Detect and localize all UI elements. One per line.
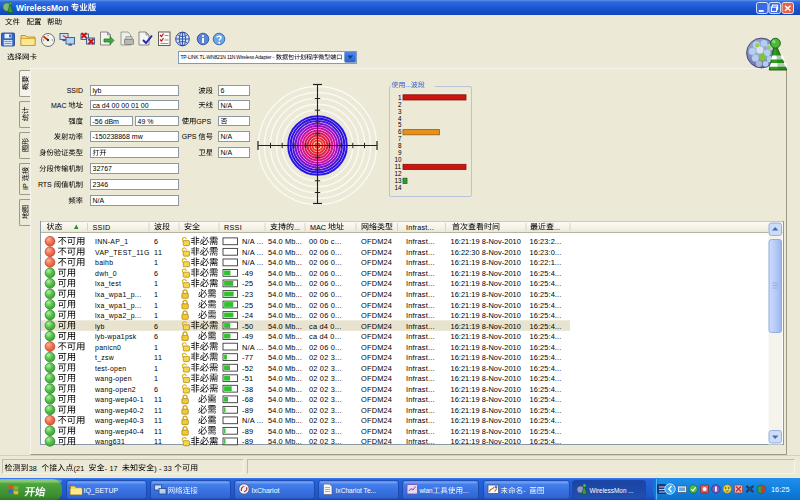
svg-text:16:25:4...: 16:25:4... (530, 406, 562, 415)
svg-text:49 %: 49 % (138, 118, 154, 125)
svg-text:OFDM24: OFDM24 (361, 248, 392, 257)
svg-text:16:25:4...: 16:25:4... (530, 416, 562, 425)
svg-text:-56 dBm: -56 dBm (93, 118, 120, 125)
svg-text:OFDM24: OFDM24 (361, 427, 392, 436)
svg-text:-89: -89 (242, 437, 253, 446)
svg-text:16:21:19 8-Nov-2010: 16:21:19 8-Nov-2010 (451, 269, 521, 278)
svg-text:VAP_TEST_11G: VAP_TEST_11G (95, 249, 150, 257)
svg-text:38: 38 (29, 464, 37, 473)
svg-text:OFDM24: OFDM24 (361, 416, 392, 425)
svg-text:11: 11 (154, 248, 162, 257)
svg-text:16:25:4...: 16:25:4... (530, 364, 562, 373)
svg-text:11: 11 (154, 416, 162, 425)
svg-text:Infrast...: Infrast... (406, 248, 435, 257)
svg-text:wang-wep40-1: wang-wep40-1 (94, 396, 144, 404)
svg-text:02 06 0...: 02 06 0... (309, 290, 342, 299)
svg-text:Infrast...: Infrast... (406, 364, 435, 373)
svg-text:test-open: test-open (95, 365, 126, 373)
svg-text:wang-open: wang-open (94, 375, 132, 383)
svg-text:6: 6 (154, 237, 159, 246)
svg-text:ca d4 0...: ca d4 0... (309, 322, 341, 331)
svg-text:-25: -25 (242, 279, 253, 288)
svg-text:14: 14 (395, 184, 403, 191)
svg-text:Infrast...: Infrast... (406, 427, 435, 436)
svg-text:54.0 Mb...: 54.0 Mb... (268, 279, 302, 288)
svg-text:OFDM24: OFDM24 (361, 290, 392, 299)
svg-text:) - 33: ) - 33 (154, 464, 172, 473)
svg-text:54.0 Mb...: 54.0 Mb... (268, 311, 302, 320)
svg-text:11: 11 (395, 163, 402, 170)
svg-text:OFDM24: OFDM24 (361, 437, 392, 446)
svg-text:OFDM24: OFDM24 (361, 385, 392, 394)
svg-text:WirelessMon ...: WirelessMon ... (590, 487, 634, 494)
svg-text:RSSI: RSSI (224, 223, 242, 232)
svg-text:54.0 Mb...: 54.0 Mb... (268, 343, 302, 352)
svg-text:OFDM24: OFDM24 (361, 343, 392, 352)
svg-text:1: 1 (154, 311, 159, 320)
svg-text:54.0 Mb...: 54.0 Mb... (268, 353, 302, 362)
svg-text:SSID: SSID (67, 87, 83, 94)
svg-text:8: 8 (398, 142, 402, 149)
svg-text:- 17: - 17 (105, 464, 118, 473)
svg-text:16:21:19 8-Nov-2010: 16:21:19 8-Nov-2010 (451, 332, 521, 341)
svg-text:16:25:4...: 16:25:4... (530, 353, 562, 362)
svg-text:OFDM24: OFDM24 (361, 269, 392, 278)
svg-text:OFDM24: OFDM24 (361, 301, 392, 310)
svg-text:-89: -89 (242, 406, 253, 415)
svg-text:02 06 0...: 02 06 0... (309, 301, 342, 310)
svg-text:11: 11 (154, 353, 162, 362)
svg-text:(21: (21 (74, 464, 85, 473)
svg-text:lyb: lyb (95, 323, 105, 331)
svg-text:Infrast...: Infrast... (406, 258, 435, 267)
svg-text:wlan: wlan (419, 487, 434, 494)
svg-text:16:21:19 8-Nov-2010: 16:21:19 8-Nov-2010 (451, 311, 521, 320)
svg-text:16:22:1...: 16:22:1... (530, 258, 562, 267)
svg-text:16:25:4...: 16:25:4... (530, 427, 562, 436)
svg-text:-38: -38 (242, 385, 253, 394)
svg-text:16:21:19 8-Nov-2010: 16:21:19 8-Nov-2010 (451, 322, 521, 331)
svg-text:16:21:19 8-Nov-2010: 16:21:19 8-Nov-2010 (451, 258, 521, 267)
svg-text:16:21:19 8-Nov-2010: 16:21:19 8-Nov-2010 (451, 427, 521, 436)
svg-text:1: 1 (154, 374, 159, 383)
svg-text:6: 6 (154, 322, 159, 331)
svg-text:1: 1 (154, 258, 159, 267)
svg-text:16:25:4...: 16:25:4... (530, 437, 562, 446)
svg-text:1: 1 (398, 94, 402, 101)
svg-text:ca d4 00 00 01 00: ca d4 00 00 01 00 (93, 102, 149, 109)
svg-text:-25: -25 (242, 301, 253, 310)
svg-text:Infrast...: Infrast... (406, 301, 435, 310)
svg-text:-150238868 mw: -150238868 mw (93, 133, 144, 140)
svg-text:02 02 3...: 02 02 3... (309, 395, 342, 404)
svg-text:16:25:4...: 16:25:4... (530, 374, 562, 383)
svg-text:N/A ...: N/A ... (242, 258, 264, 267)
svg-text:Infrast...: Infrast... (406, 332, 435, 341)
svg-text:54.0 Mb...: 54.0 Mb... (268, 269, 302, 278)
svg-text:IP: IP (21, 183, 30, 190)
svg-text:MAC: MAC (310, 223, 326, 232)
svg-text:16:21:19 8-Nov-2010: 16:21:19 8-Nov-2010 (451, 279, 521, 288)
svg-text:6: 6 (221, 87, 225, 94)
svg-text:N/A ...: N/A ... (242, 248, 264, 257)
svg-text:54.0 Mb...: 54.0 Mb... (268, 374, 302, 383)
svg-text:Infrast...: Infrast... (406, 269, 435, 278)
svg-text:02 02 3...: 02 02 3... (309, 353, 342, 362)
svg-text:Infrast...: Infrast... (406, 343, 435, 352)
svg-text:MAC: MAC (51, 102, 67, 109)
svg-text:02 02 3...: 02 02 3... (309, 416, 342, 425)
svg-text:54.0 Mb...: 54.0 Mb... (268, 364, 302, 373)
svg-text:16:21:19 8-Nov-2010: 16:21:19 8-Nov-2010 (451, 237, 521, 246)
svg-text:16:21:19 8-Nov-2010: 16:21:19 8-Nov-2010 (451, 416, 521, 425)
svg-text:-24: -24 (242, 311, 253, 320)
svg-text:WirelessMon: WirelessMon (16, 3, 68, 13)
svg-text:54.0 Mb...: 54.0 Mb... (268, 237, 302, 246)
svg-text:1: 1 (154, 290, 159, 299)
svg-text:Infrast...: Infrast... (406, 374, 435, 383)
svg-text:54.0 Mb...: 54.0 Mb... (268, 385, 302, 394)
svg-text:1: 1 (154, 279, 159, 288)
svg-text:Infrast...: Infrast... (406, 279, 435, 288)
svg-text:54.0 Mb...: 54.0 Mb... (268, 427, 302, 436)
svg-text:16:23:2...: 16:23:2... (530, 237, 562, 246)
svg-text:16:25:4...: 16:25:4... (530, 279, 562, 288)
svg-text:Infrast...: Infrast... (406, 322, 435, 331)
svg-text:Infrast...: Infrast... (406, 406, 435, 415)
